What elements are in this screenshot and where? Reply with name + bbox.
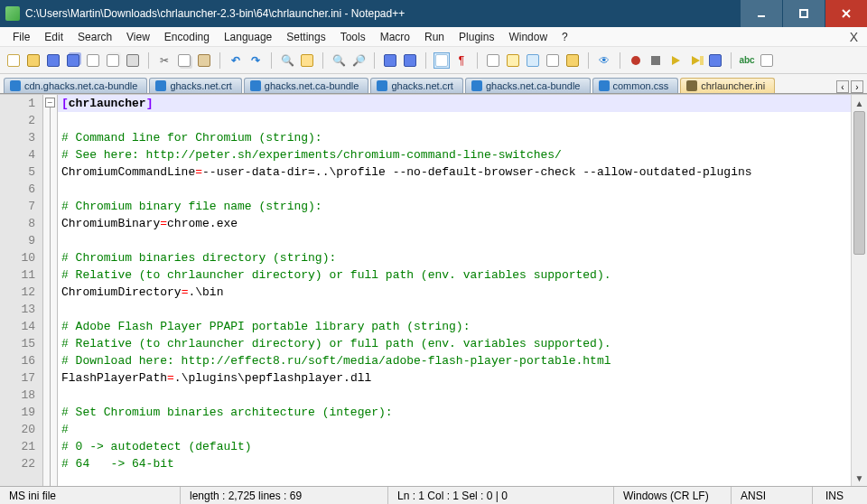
code-line[interactable]: # [58,421,851,438]
code-line[interactable] [58,301,851,318]
replace-icon[interactable] [299,52,315,69]
close-all-icon[interactable] [105,52,121,69]
fold-guide [50,107,51,486]
close-file-icon[interactable] [85,52,101,69]
menu-search[interactable]: Search [70,31,119,43]
code-line[interactable]: # Adobe Flash Player PPAPI portable libr… [58,318,851,335]
monitor-icon[interactable]: 👁 [596,52,612,69]
zoom-in-icon[interactable]: 🔍 [331,52,347,69]
tab-file[interactable]: cdn.ghacks.net.ca-bundle [4,78,147,93]
code-line[interactable]: FlashPlayerPath=.\plugins\pepflashplayer… [58,369,851,387]
code-line[interactable]: # 64 -> 64-bit [58,455,851,472]
menu-window[interactable]: Window [501,31,555,43]
minimize-button[interactable] [741,0,782,27]
folder-view-icon[interactable] [564,52,581,69]
save-icon[interactable] [45,52,61,69]
undo-icon[interactable]: ↶ [228,52,244,69]
mdi-close-button[interactable]: X [846,30,862,44]
code-line[interactable]: # Chromium binaries directory (string): [58,249,851,266]
tab-prev-button[interactable]: ‹ [836,80,849,93]
maximize-button[interactable] [783,0,825,27]
menu-macro[interactable]: Macro [373,31,417,43]
file-icon [155,80,166,91]
tab-file[interactable]: ghacks.net.ca-bundle [244,78,369,93]
show-all-chars-icon[interactable]: ¶ [453,52,470,69]
tab-file-active[interactable]: chrlauncher.ini [680,78,775,93]
tab-file[interactable]: ghacks.net.crt [149,78,241,93]
record-icon[interactable] [628,52,644,69]
menu-file[interactable]: File [5,31,37,43]
line-number-gutter: 12345678910111213141516171819202122 [0,95,43,486]
code-line[interactable]: # 0 -> autodetect (default) [58,438,851,455]
status-mode[interactable]: INS [816,487,867,504]
code-line[interactable]: # Set Chromium binaries architecture (in… [58,404,851,421]
open-icon[interactable] [25,52,42,69]
code-line[interactable] [58,387,851,404]
code-line[interactable]: # Download here: http://effect8.ru/soft/… [58,352,851,369]
tab-file[interactable]: ghacks.net.crt [370,78,462,93]
code-line[interactable]: ChromiumBinary=chrome.exe [58,215,851,232]
wordwrap-icon[interactable] [434,52,450,69]
code-line[interactable] [58,232,851,249]
scroll-thumb[interactable] [853,111,865,255]
play-multi-icon[interactable] [687,52,704,69]
save-all-icon[interactable] [65,52,81,69]
vertical-scrollbar[interactable]: ▲ ▼ [851,95,867,486]
code-line[interactable]: # See here: http://peter.sh/experiments/… [58,146,851,163]
menu-encoding[interactable]: Encoding [157,31,217,43]
stop-record-icon[interactable] [648,52,664,69]
sync-v-icon[interactable] [382,52,398,69]
cut-icon[interactable]: ✂ [156,52,172,69]
status-encoding[interactable]: ANSI [732,487,813,504]
copy-icon[interactable] [176,52,192,69]
menu-help[interactable]: ? [555,31,575,43]
menu-view[interactable]: View [119,31,157,43]
sync-h-icon[interactable] [402,52,418,69]
indent-guide-icon[interactable] [485,52,501,69]
line-number: 5 [0,163,42,181]
paste-icon[interactable] [196,52,212,69]
menu-tools[interactable]: Tools [333,31,373,43]
find-icon[interactable]: 🔍 [279,52,295,69]
spellcheck-toggle-icon[interactable] [759,52,775,69]
scroll-up-icon[interactable]: ▲ [852,95,867,111]
code-line[interactable]: # Command line for Chromium (string): [58,129,851,146]
tab-label: ghacks.net.crt [170,80,231,91]
tab-file[interactable]: common.css [592,78,679,93]
menu-run[interactable]: Run [417,31,452,43]
func-list-icon[interactable] [545,52,561,69]
app-icon [5,6,20,21]
tab-nav: ‹ › [836,80,867,93]
play-icon[interactable] [667,52,684,69]
close-button[interactable] [825,0,867,27]
code-line[interactable]: # Relative (to chrlauncher directory) or… [58,266,851,284]
print-icon[interactable] [125,52,141,69]
code-area[interactable]: [chrlauncher] # Command line for Chromiu… [58,95,851,486]
zoom-out-icon[interactable]: 🔎 [350,52,367,69]
save-macro-icon[interactable] [707,52,723,69]
menu-edit[interactable]: Edit [37,31,70,43]
status-eol[interactable]: Windows (CR LF) [614,487,732,504]
spellcheck-icon[interactable]: abc [739,52,755,69]
doc-map-icon[interactable] [525,52,541,69]
user-lang-icon[interactable] [505,52,521,69]
code-line[interactable] [58,112,851,129]
menu-language[interactable]: Language [217,31,279,43]
tab-next-button[interactable]: › [851,80,863,93]
code-line[interactable] [58,181,851,198]
new-icon[interactable] [5,52,22,69]
code-line[interactable]: ChromiumCommandLine=--user-data-dir=..\p… [58,163,851,181]
line-number: 11 [0,266,42,284]
tab-file[interactable]: ghacks.net.ca-bundle [465,78,591,93]
fold-column[interactable]: − [43,95,58,486]
code-line[interactable]: ChromiumDirectory=.\bin [58,284,851,301]
menu-settings[interactable]: Settings [279,31,332,43]
scroll-down-icon[interactable]: ▼ [852,470,867,486]
menu-plugins[interactable]: Plugins [452,31,501,43]
code-line[interactable]: # Relative (to chrlauncher directory) or… [58,335,851,352]
code-line[interactable]: # Chromium binary file name (string): [58,198,851,215]
redo-icon[interactable]: ↷ [247,52,264,69]
code-line[interactable]: [chrlauncher] [58,95,851,112]
tab-label: ghacks.net.ca-bundle [265,80,359,91]
fold-toggle-icon[interactable]: − [45,98,55,107]
